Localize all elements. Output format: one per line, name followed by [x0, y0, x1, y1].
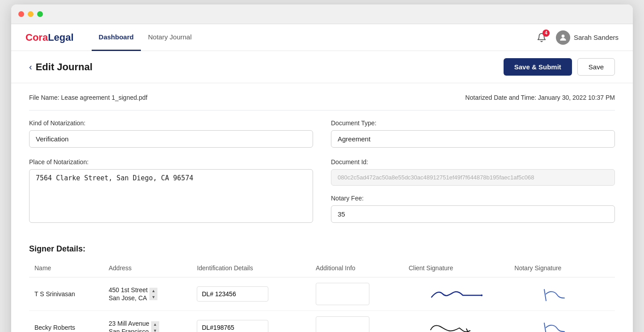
- maximize-button[interactable]: [37, 11, 43, 17]
- kind-of-notarization-input[interactable]: [29, 130, 313, 148]
- logo-cora: Cora: [25, 32, 48, 43]
- logo: CoraLegal: [25, 32, 74, 43]
- page-body: ‹ Edit Journal Save & Submit Save File N…: [11, 51, 633, 332]
- signer-id-2: [191, 311, 310, 332]
- form-row-1: Kind of Notarization: Document Type:: [29, 119, 615, 148]
- form-row-2: Place of Notarization: Document Id: Nota…: [29, 158, 615, 223]
- signer-additional-2: [310, 311, 403, 332]
- signer-section: Signer Details: Name Address Identificat…: [11, 244, 633, 332]
- signer-client-sig-1: [403, 277, 509, 311]
- col-additional: Additional Info: [310, 261, 403, 277]
- signer-additional-1: [310, 277, 403, 311]
- notary-signature-1: [514, 283, 610, 305]
- col-address: Address: [103, 261, 191, 277]
- signer-client-sig-2: [403, 311, 509, 332]
- page-title: Edit Journal: [36, 61, 93, 73]
- signer-table: Name Address Identification Details Addi…: [29, 261, 615, 332]
- notification-badge: 4: [542, 30, 550, 37]
- nav-right: 4 Sarah Sanders: [534, 30, 619, 45]
- user-menu[interactable]: Sarah Sanders: [556, 30, 619, 45]
- back-button[interactable]: ‹: [29, 62, 32, 72]
- place-of-notarization-group: Place of Notarization:: [29, 158, 313, 223]
- notary-sig-svg-2: [540, 316, 585, 332]
- header-actions: Save & Submit Save: [504, 58, 615, 76]
- back-title: ‹ Edit Journal: [29, 61, 93, 73]
- address-down-2[interactable]: ▼: [151, 328, 159, 332]
- id-input-1[interactable]: [197, 286, 268, 302]
- title-bar: [11, 4, 633, 24]
- col-name: Name: [29, 261, 103, 277]
- signer-name-2: Becky Roberts: [29, 311, 103, 332]
- document-id-label: Document Id:: [331, 158, 615, 166]
- signer-id-1: [191, 277, 310, 311]
- svg-point-1: [481, 294, 483, 296]
- tab-dashboard[interactable]: Dashboard: [92, 24, 141, 51]
- document-type-label: Document Type:: [331, 119, 615, 127]
- save-submit-button[interactable]: Save & Submit: [504, 58, 572, 76]
- address-arrows-1[interactable]: ▲ ▼: [149, 288, 157, 300]
- file-info: File Name: Lease agreement 1_signed.pdf …: [29, 94, 615, 101]
- place-of-notarization-label: Place of Notarization:: [29, 158, 313, 166]
- signer-details-title: Signer Details:: [29, 244, 615, 254]
- client-sig-svg-1: [427, 283, 485, 305]
- id-input-2[interactable]: [197, 320, 268, 332]
- minimize-button[interactable]: [28, 11, 34, 17]
- close-button[interactable]: [18, 11, 24, 17]
- document-id-notary-fee-group: Document Id: Notary Fee:: [331, 158, 615, 223]
- nav-tabs: Dashboard Notary Journal: [92, 24, 534, 51]
- signer-notary-sig-2: [509, 311, 615, 332]
- notification-bell[interactable]: 4: [534, 30, 549, 45]
- address-up-2[interactable]: ▲: [151, 321, 159, 328]
- form-divider: [29, 110, 615, 111]
- notary-signature-2: [514, 316, 610, 332]
- signer-address-1: 450 1st Street San Jose, CA ▲ ▼: [103, 277, 191, 311]
- nav-bar: CoraLegal Dashboard Notary Journal 4: [11, 24, 633, 51]
- address-down-1[interactable]: ▼: [149, 294, 157, 300]
- app-window: CoraLegal Dashboard Notary Journal 4: [11, 4, 633, 332]
- table-row: T S Srinivasan 450 1st Street San Jose, …: [29, 277, 615, 311]
- svg-point-0: [562, 34, 565, 38]
- client-signature-2: [409, 316, 504, 332]
- address-arrows-2[interactable]: ▲ ▼: [151, 321, 159, 332]
- address-up-1[interactable]: ▲: [149, 288, 157, 294]
- kind-of-notarization-label: Kind of Notarization:: [29, 119, 313, 127]
- tab-notary-journal[interactable]: Notary Journal: [141, 24, 199, 51]
- file-name: File Name: Lease agreement 1_signed.pdf: [29, 94, 148, 101]
- signer-address-2: 23 Mill Avenue San Francisco ▲ ▼: [103, 311, 191, 332]
- page-header: ‹ Edit Journal Save & Submit Save: [11, 51, 633, 83]
- notary-fee-label: Notary Fee:: [331, 195, 615, 202]
- place-of-notarization-input[interactable]: [29, 169, 313, 223]
- client-sig-svg-2: [427, 316, 485, 332]
- document-type-group: Document Type:: [331, 119, 615, 148]
- user-name: Sarah Sanders: [574, 34, 619, 41]
- logo-legal: Legal: [48, 32, 73, 43]
- signer-name-1: T S Srinivasan: [29, 277, 103, 311]
- document-type-input[interactable]: [331, 130, 615, 148]
- form-area: File Name: Lease agreement 1_signed.pdf …: [11, 83, 633, 244]
- additional-info-2[interactable]: [316, 316, 369, 332]
- save-button[interactable]: Save: [577, 58, 615, 76]
- col-client-sig: Client Signature: [403, 261, 509, 277]
- notary-sig-svg-1: [540, 283, 585, 305]
- kind-of-notarization-group: Kind of Notarization:: [29, 119, 313, 148]
- col-id: Identification Details: [191, 261, 310, 277]
- avatar: [556, 30, 570, 45]
- document-id-input[interactable]: [331, 169, 615, 186]
- table-header-row: Name Address Identification Details Addi…: [29, 261, 615, 277]
- client-signature-1: [409, 283, 504, 305]
- additional-info-1[interactable]: [316, 283, 369, 305]
- table-row: Becky Roberts 23 Mill Avenue San Francis…: [29, 311, 615, 332]
- col-notary-sig: Notary Signature: [509, 261, 615, 277]
- app-content: CoraLegal Dashboard Notary Journal 4: [11, 24, 633, 332]
- notary-fee-input[interactable]: [331, 205, 615, 223]
- notarized-date: Notarized Date and Time: January 30, 202…: [465, 94, 615, 101]
- signer-notary-sig-1: [509, 277, 615, 311]
